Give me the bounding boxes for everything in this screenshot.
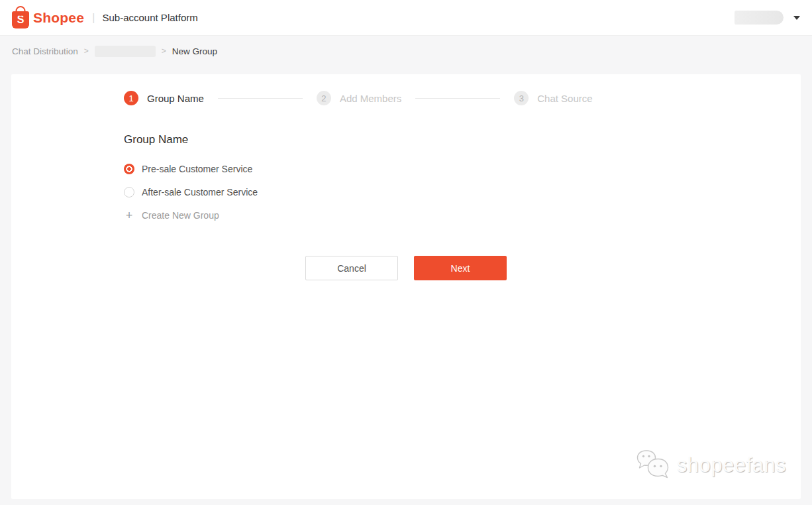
watermark-text: shopeefans — [677, 453, 786, 477]
create-new-group-button[interactable]: + Create New Group — [124, 209, 801, 222]
wechat-bubbles-icon — [633, 447, 672, 483]
form-actions: Cancel Next — [11, 256, 801, 280]
chevron-down-icon — [793, 16, 800, 20]
create-new-group-label[interactable]: Create New Group — [142, 210, 219, 221]
main-card: 1 Group Name 2 Add Members 3 Chat Source… — [11, 74, 801, 499]
option-label[interactable]: Pre-sale Customer Service — [142, 164, 252, 174]
cancel-button[interactable]: Cancel — [305, 256, 398, 280]
watermark: shopeefans — [633, 447, 786, 483]
breadcrumb-redacted-item[interactable] — [95, 46, 156, 57]
step-group-name: 1 Group Name — [124, 91, 204, 105]
group-name-options: Pre-sale Customer Service After-sale Cus… — [124, 162, 801, 222]
step-2-circle: 2 — [317, 91, 331, 105]
form-title: Group Name — [124, 133, 801, 146]
option-after-sale[interactable]: After-sale Customer Service — [124, 186, 801, 199]
radio-pre-sale[interactable] — [124, 164, 134, 174]
step-add-members: 2 Add Members — [317, 91, 401, 105]
breadcrumb: Chat Distribution > > New Group — [0, 36, 812, 66]
radio-after-sale[interactable] — [124, 187, 134, 197]
step-wizard: 1 Group Name 2 Add Members 3 Chat Source — [124, 74, 801, 105]
step-2-label: Add Members — [340, 93, 401, 104]
step-3-circle: 3 — [514, 91, 529, 105]
breadcrumb-chat-distribution[interactable]: Chat Distribution — [12, 46, 78, 56]
header-divider: | — [92, 11, 95, 25]
logo-letter: S — [17, 14, 25, 26]
plus-icon: + — [124, 210, 134, 221]
brand-name: Shopee — [33, 10, 84, 26]
breadcrumb-separator: > — [162, 46, 166, 56]
step-connector — [415, 98, 500, 99]
shopee-logo[interactable]: S Shopee — [12, 7, 84, 28]
breadcrumb-new-group: New Group — [172, 46, 217, 56]
option-label[interactable]: After-sale Customer Service — [142, 187, 258, 197]
step-connector — [218, 98, 303, 99]
app-header: S Shopee | Sub-account Platform — [0, 0, 812, 36]
step-1-label: Group Name — [147, 93, 204, 104]
product-title: Sub-account Platform — [102, 12, 197, 23]
account-name-redacted — [735, 11, 784, 25]
breadcrumb-separator: > — [84, 46, 89, 56]
step-3-label: Chat Source — [537, 93, 592, 104]
step-1-circle: 1 — [124, 91, 138, 105]
shopee-bag-icon: S — [12, 11, 29, 28]
account-menu[interactable] — [735, 11, 800, 25]
option-pre-sale[interactable]: Pre-sale Customer Service — [124, 162, 801, 176]
next-button[interactable]: Next — [414, 256, 507, 280]
step-chat-source: 3 Chat Source — [514, 91, 592, 105]
